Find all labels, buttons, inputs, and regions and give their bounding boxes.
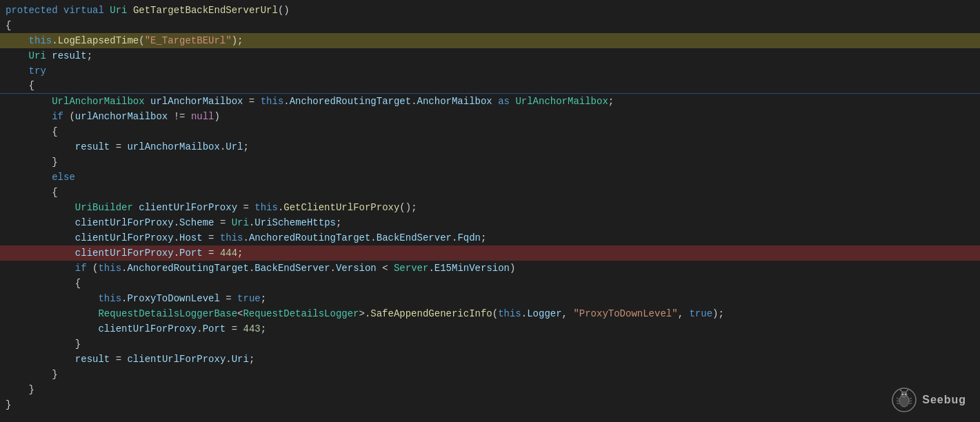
line-content: } — [6, 155, 58, 170]
code-line-24: result = clientUrlForProxy.Uri; — [0, 352, 980, 367]
code-block: protected virtual Uri GetTargetBackEndSe… — [0, 0, 980, 415]
svg-point-9 — [905, 394, 906, 395]
code-line-12: else — [0, 170, 980, 185]
code-line-16: clientUrlForProxy.Host = this.AnchoredRo… — [0, 230, 980, 245]
code-line-20: this.ProxyToDownLevel = true; — [0, 291, 980, 306]
line-content: result = urlAnchorMailbox.Url; — [6, 140, 249, 154]
line-content: UriBuilder clientUrlForProxy = this.GetC… — [6, 201, 417, 215]
code-line-1: protected virtual Uri GetTargetBackEndSe… — [0, 3, 980, 18]
code-line-8: if (urlAnchorMailbox != null) — [0, 109, 980, 124]
code-line-27: } — [0, 397, 980, 412]
line-content: this.LogElapsedTime("E_TargetBEUrl"); — [6, 34, 243, 48]
code-line-7: UrlAnchorMailbox urlAnchorMailbox = this… — [0, 94, 980, 109]
code-line-25: } — [0, 367, 980, 382]
line-content: } — [6, 383, 34, 397]
code-line-14: UriBuilder clientUrlForProxy = this.GetC… — [0, 200, 980, 215]
line-content: clientUrlForProxy.Port = 443; — [6, 322, 266, 336]
line-content: { — [6, 79, 34, 93]
seebug-logo-icon — [892, 388, 917, 412]
code-line-26: } — [0, 382, 980, 397]
line-content: clientUrlForProxy.Scheme = Uri.UriScheme… — [6, 216, 341, 230]
code-line-10: result = urlAnchorMailbox.Url; — [0, 139, 980, 154]
line-content: RequestDetailsLoggerBase<RequestDetailsL… — [6, 307, 724, 321]
line-content: this.ProxyToDownLevel = true; — [6, 292, 266, 306]
code-line-11: } — [0, 154, 980, 170]
svg-point-5 — [900, 390, 901, 391]
code-line-13: { — [0, 185, 980, 200]
code-line-23: } — [0, 336, 980, 352]
code-line-18: if (this.AnchoredRoutingTarget.BackEndSe… — [0, 261, 980, 276]
code-line-22: clientUrlForProxy.Port = 443; — [0, 321, 980, 336]
code-line-17: clientUrlForProxy.Port = 444; — [0, 245, 980, 261]
line-content: { — [6, 185, 58, 200]
code-line-15: clientUrlForProxy.Scheme = Uri.UriScheme… — [0, 215, 980, 230]
code-line-21: RequestDetailsLoggerBase<RequestDetailsL… — [0, 306, 980, 321]
line-content: try — [6, 64, 46, 79]
line-content: Uri result; — [6, 49, 92, 63]
line-content: if (urlAnchorMailbox != null) — [6, 110, 220, 124]
line-content: clientUrlForProxy.Port = 444; — [6, 246, 243, 261]
line-content: { — [6, 277, 81, 291]
line-content: if (this.AnchoredRoutingTarget.BackEndSe… — [6, 261, 515, 276]
svg-point-8 — [902, 394, 903, 395]
code-line-3: this.LogElapsedTime("E_TargetBEUrl"); — [0, 33, 980, 48]
line-content: result = clientUrlForProxy.Uri; — [6, 352, 254, 367]
code-line-9: { — [0, 124, 980, 139]
line-content: { — [6, 19, 11, 33]
code-line-4: Uri result; — [0, 48, 980, 63]
code-line-5: try — [0, 63, 980, 79]
line-content: } — [6, 337, 81, 352]
line-content: { — [6, 125, 58, 139]
seebug-label: Seebug — [922, 392, 966, 408]
code-line-2: { — [0, 18, 980, 33]
watermark: Seebug — [892, 388, 966, 412]
line-content: } — [6, 398, 11, 412]
code-line-19: { — [0, 276, 980, 291]
svg-point-7 — [907, 390, 908, 391]
line-content: } — [6, 368, 58, 382]
line-content: clientUrlForProxy.Host = this.AnchoredRo… — [6, 231, 486, 245]
line-content: else — [6, 170, 75, 185]
line-content: UrlAnchorMailbox urlAnchorMailbox = this… — [6, 94, 614, 109]
line-content: protected virtual Uri GetTargetBackEndSe… — [6, 3, 290, 18]
code-line-6: { — [0, 79, 980, 94]
